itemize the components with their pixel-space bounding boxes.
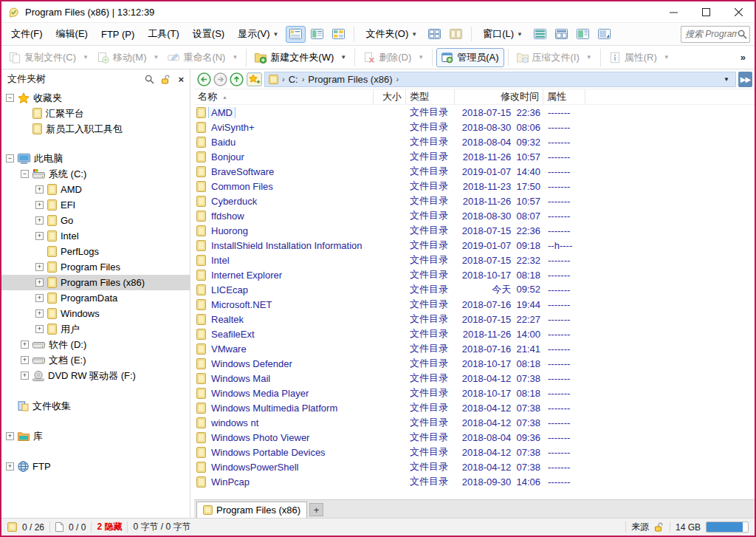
column-type[interactable]: 类型: [406, 89, 455, 104]
maximize-button[interactable]: [690, 1, 722, 22]
column-modified[interactable]: 修改时间: [455, 89, 543, 104]
up-button[interactable]: [230, 72, 244, 86]
tree-item-perflogs[interactable]: +PerfLogs: [1, 244, 190, 259]
tree-item-programdata[interactable]: +ProgramData: [1, 290, 190, 306]
tree-item-intel[interactable]: +Intel: [1, 228, 190, 244]
close-button[interactable]: [722, 1, 755, 22]
view-split-button[interactable]: [307, 26, 327, 43]
layout-hbars-button[interactable]: [530, 26, 550, 43]
file-row[interactable]: Intel文件目录2018-07-15 22:32-------: [194, 253, 755, 267]
file-row[interactable]: SeafileExt文件目录2018-11-26 14:00-------: [194, 326, 755, 341]
toolbar-button-props[interactable]: 属性(R)▼: [605, 49, 674, 66]
expand-icon[interactable]: +: [35, 185, 44, 194]
collapse-icon[interactable]: −: [21, 170, 29, 178]
tree-item-windows[interactable]: +Windows: [1, 306, 190, 321]
new-tab-button[interactable]: +: [309, 503, 323, 516]
tree-item-dvd-f[interactable]: +DVD RW 驱动器 (F:): [1, 368, 190, 383]
file-row[interactable]: Microsoft.NET文件目录2018-07-16 19:44-------: [194, 297, 755, 312]
chevron-down-icon[interactable]: ▼: [232, 54, 238, 61]
toolbar-button-copy[interactable]: 复制文件(C)▼: [4, 49, 93, 66]
file-row[interactable]: Windows Media Player文件目录2018-10-17 08:18…: [194, 386, 755, 400]
tree-item-this-pc[interactable]: −此电脑: [1, 151, 190, 166]
expand-icon[interactable]: +: [35, 201, 44, 209]
chevron-down-icon[interactable]: ▼: [664, 54, 670, 61]
file-row[interactable]: Windows Photo Viewer文件目录2018-08-04 09:36…: [194, 430, 755, 445]
search-input[interactable]: [685, 29, 738, 39]
folders-quad-button[interactable]: [425, 26, 444, 43]
expand-icon[interactable]: +: [35, 309, 44, 318]
file-row[interactable]: LICEcap文件目录今天 09:52-------: [194, 282, 755, 297]
layout-sidepane-button[interactable]: [594, 26, 614, 43]
expand-icon[interactable]: +: [21, 372, 29, 380]
tree-search-icon[interactable]: [145, 75, 154, 84]
tree-item-efi[interactable]: +EFI: [1, 197, 190, 213]
chevron-down-icon[interactable]: ▼: [418, 54, 424, 61]
file-row[interactable]: WindowsPowerShell文件目录2018-04-12 07:38---…: [194, 459, 755, 474]
file-row[interactable]: AviSynth+文件目录2018-08-30 08:06-------: [194, 120, 755, 134]
menu-tools[interactable]: 工具(T): [141, 24, 186, 44]
toolbar-button-admin[interactable]: 管理员(A): [436, 48, 504, 67]
folders-dual-button[interactable]: [446, 26, 466, 43]
tree-item-file-collect[interactable]: +文件收集: [1, 398, 190, 414]
file-row[interactable]: AMD文件目录2018-07-15 22:36-------: [194, 105, 755, 120]
tree-item-users[interactable]: +用户: [1, 321, 190, 337]
chevron-down-icon[interactable]: ▼: [153, 54, 159, 61]
expand-icon[interactable]: +: [35, 216, 44, 225]
file-row[interactable]: VMware文件目录2018-07-16 21:41-------: [194, 341, 755, 356]
menu-display[interactable]: 显示(V) ▼: [231, 24, 285, 44]
file-row[interactable]: Windows Multimedia Platform文件目录2018-04-1…: [194, 400, 755, 415]
menu-ftp[interactable]: FTP (P): [94, 25, 141, 44]
expand-icon[interactable]: +: [35, 325, 44, 333]
file-row[interactable]: Huorong文件目录2018-07-15 22:36-------: [194, 223, 755, 238]
collapse-icon[interactable]: −: [6, 154, 14, 163]
panel-toggle-button[interactable]: ▶▶: [738, 72, 752, 87]
file-row[interactable]: Internet Explorer文件目录2018-10-17 08:18---…: [194, 267, 755, 282]
file-row[interactable]: BraveSoftware文件目录2019-01-07 14:40-------: [194, 164, 755, 179]
tree-item-library[interactable]: +库: [1, 428, 190, 444]
collapse-icon[interactable]: −: [6, 94, 14, 102]
tree-item-system-c[interactable]: −系统 (C:): [1, 166, 190, 182]
file-row[interactable]: Bonjour文件目录2018-11-26 10:57-------: [194, 149, 755, 164]
toolbar-button-rename[interactable]: 重命名(N)▼: [163, 49, 242, 66]
chevron-down-icon[interactable]: ▼: [586, 54, 592, 61]
tree-item-ftp[interactable]: +FTP: [1, 459, 190, 474]
expand-icon[interactable]: +: [21, 341, 29, 349]
expand-icon[interactable]: +: [6, 462, 14, 471]
tree-item-documents-e[interactable]: +文档 (E:): [1, 352, 190, 368]
tree-item-go[interactable]: +Go: [1, 213, 190, 228]
tab-program-files-x86[interactable]: Program Files (x86): [196, 502, 307, 518]
tree-item-program-files-x86[interactable]: +Program Files (x86): [1, 275, 190, 290]
toolbar-button-move[interactable]: 移动(M)▼: [93, 49, 163, 66]
toolbar-button-zip[interactable]: 压缩文件(I)▼: [512, 49, 597, 66]
tree-item-favorites[interactable]: −收藏夹: [1, 90, 190, 106]
toolbar-overflow-button[interactable]: »: [735, 52, 752, 63]
breadcrumb[interactable]: ›C:›Program Files (x86)›▼: [264, 72, 736, 87]
tree-item-new-employee-kit[interactable]: +新员工入职工具包: [1, 121, 190, 137]
file-row[interactable]: Realtek文件目录2018-07-15 22:27-------: [194, 312, 755, 326]
menu-folders[interactable]: 文件夹(O) ▼: [359, 24, 424, 44]
unlock-icon[interactable]: [654, 522, 664, 532]
column-size[interactable]: 大小: [374, 89, 406, 104]
tree-pin-icon[interactable]: [161, 75, 171, 84]
expand-icon[interactable]: +: [6, 432, 14, 440]
expand-icon[interactable]: +: [35, 263, 44, 271]
add-favorite-button[interactable]: [246, 72, 262, 87]
chevron-down-icon[interactable]: ▼: [83, 54, 89, 61]
expand-icon[interactable]: +: [35, 278, 44, 287]
tree-item-program-files[interactable]: +Program Files: [1, 259, 190, 275]
file-row[interactable]: Common Files文件目录2018-11-23 17:50-------: [194, 179, 755, 194]
breadcrumb-item[interactable]: Program Files (x86): [308, 74, 392, 85]
chevron-down-icon[interactable]: ▼: [340, 54, 346, 61]
view-tiles-button[interactable]: [329, 26, 348, 43]
file-row[interactable]: Windows Portable Devices文件目录2018-04-12 0…: [194, 445, 755, 459]
breadcrumb-item[interactable]: C:: [289, 74, 298, 85]
file-row[interactable]: InstallShield Installation Information文件…: [194, 238, 755, 253]
tree-item-huiju-platform[interactable]: +汇聚平台: [1, 106, 190, 121]
toolbar-button-new-folder[interactable]: 新建文件夹(W)▼: [250, 49, 351, 66]
tree-item-amd[interactable]: +AMD: [1, 182, 190, 197]
menu-windows[interactable]: 窗口(L) ▼: [476, 24, 529, 44]
toolbar-button-delete[interactable]: 删除(D)▼: [359, 49, 428, 66]
file-row[interactable]: windows nt文件目录2018-04-12 07:38-------: [194, 415, 755, 430]
column-attrs[interactable]: 属性: [543, 89, 585, 104]
layout-listpane-button[interactable]: [573, 26, 593, 43]
